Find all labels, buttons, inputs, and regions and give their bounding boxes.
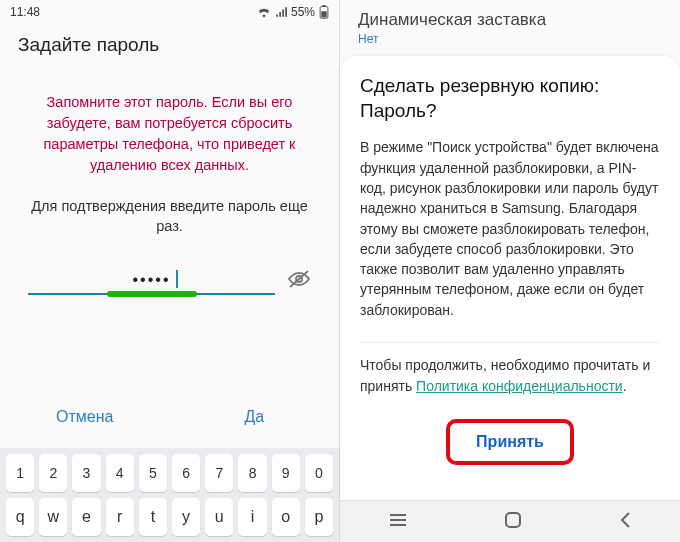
accept-highlight: Принять: [446, 419, 574, 465]
nav-home-icon[interactable]: [503, 510, 523, 533]
key-5[interactable]: 5: [139, 454, 167, 492]
key-u[interactable]: u: [205, 498, 233, 536]
key-y[interactable]: y: [172, 498, 200, 536]
phone-left: 11:48 55% Задайте пароль Запомните этот …: [0, 0, 340, 542]
svg-rect-2: [321, 11, 326, 17]
keyboard: 1234567890 qwertyuiop: [0, 448, 339, 542]
key-3[interactable]: 3: [72, 454, 100, 492]
key-4[interactable]: 4: [106, 454, 134, 492]
nav-bar: [340, 500, 680, 542]
dialog-footer: Чтобы продолжить, необходимо прочитать и…: [360, 355, 660, 397]
key-6[interactable]: 6: [172, 454, 200, 492]
password-strength-bar: [107, 291, 197, 297]
key-t[interactable]: t: [139, 498, 167, 536]
settings-item-value: Нет: [358, 32, 662, 46]
nav-recent-icon[interactable]: [388, 512, 408, 531]
dialog-body: В режиме "Поиск устройства" будет включе…: [360, 137, 660, 320]
key-r[interactable]: r: [106, 498, 134, 536]
key-0[interactable]: 0: [305, 454, 333, 492]
password-dots: •••••: [132, 271, 170, 289]
wifi-icon: [257, 6, 271, 18]
phone-right: Динамическая заставка Нет Сделать резерв…: [340, 0, 680, 542]
confirm-text: Для подтверждения введите пароль еще раз…: [22, 196, 317, 237]
key-w[interactable]: w: [39, 498, 67, 536]
status-right: 55%: [257, 5, 329, 19]
divider: [360, 342, 660, 343]
page-title: Задайте пароль: [0, 24, 339, 62]
ok-button[interactable]: Да: [170, 398, 340, 436]
dialog-title: Сделать резервную копию: Пароль?: [360, 74, 660, 123]
text-cursor: [176, 270, 178, 288]
key-o[interactable]: o: [272, 498, 300, 536]
key-1[interactable]: 1: [6, 454, 34, 492]
settings-item-title[interactable]: Динамическая заставка: [358, 10, 662, 30]
cancel-button[interactable]: Отмена: [0, 398, 170, 436]
password-input[interactable]: •••••: [28, 267, 275, 295]
svg-rect-1: [322, 5, 325, 7]
key-i[interactable]: i: [238, 498, 266, 536]
privacy-policy-link[interactable]: Политика конфиденциальности: [416, 378, 623, 394]
settings-header: Динамическая заставка Нет: [340, 0, 680, 50]
battery-icon: [319, 5, 329, 19]
key-8[interactable]: 8: [238, 454, 266, 492]
keyboard-row-numbers: 1234567890: [4, 454, 335, 492]
signal-icon: [275, 6, 287, 18]
button-row: Отмена Да: [0, 388, 339, 448]
key-7[interactable]: 7: [205, 454, 233, 492]
key-q[interactable]: q: [6, 498, 34, 536]
dialog-sheet: Сделать резервную копию: Пароль? В режим…: [340, 56, 680, 500]
svg-rect-8: [506, 513, 520, 527]
key-9[interactable]: 9: [272, 454, 300, 492]
warning-text: Запомните этот пароль. Если вы его забуд…: [22, 92, 317, 176]
key-e[interactable]: e: [72, 498, 100, 536]
footer-suffix: .: [623, 378, 627, 394]
left-content: Запомните этот пароль. Если вы его забуд…: [0, 62, 339, 388]
status-time: 11:48: [10, 5, 40, 19]
keyboard-row-letters: qwertyuiop: [4, 498, 335, 536]
key-2[interactable]: 2: [39, 454, 67, 492]
visibility-toggle-icon[interactable]: [287, 269, 311, 292]
password-input-row: •••••: [22, 267, 317, 299]
nav-back-icon[interactable]: [618, 511, 632, 532]
battery-text: 55%: [291, 5, 315, 19]
status-bar: 11:48 55%: [0, 0, 339, 24]
accept-button[interactable]: Принять: [460, 427, 560, 457]
key-p[interactable]: p: [305, 498, 333, 536]
accept-wrap: Принять: [360, 419, 660, 465]
